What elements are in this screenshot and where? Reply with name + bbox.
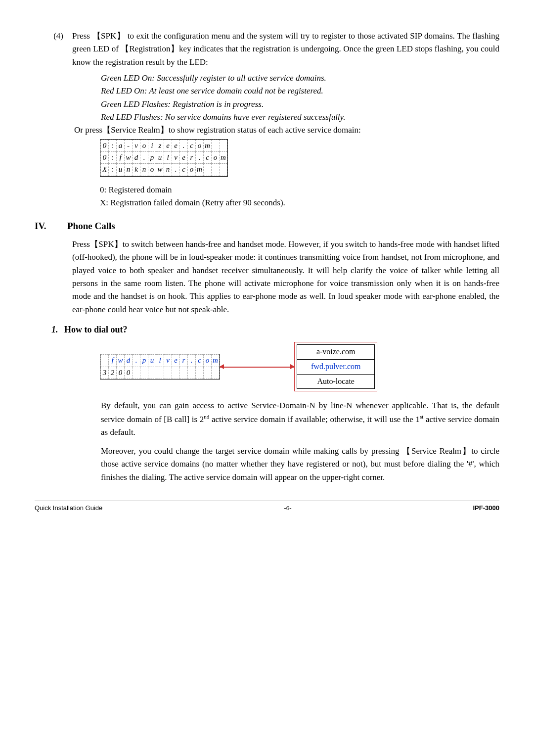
or-press-line: Or press【Service Realm】to show registrat…	[74, 124, 499, 137]
key-spk: 【SPK】	[92, 31, 125, 41]
key-service-realm: 【Service Realm】	[102, 125, 169, 135]
text: Press	[72, 31, 92, 41]
lcd-row: 3200	[101, 367, 220, 378]
phone-calls-paragraph: Press【SPK】to switch between hands-free a…	[72, 238, 499, 316]
section-iv-head: IV. Phone Calls	[35, 219, 499, 233]
step-4: (4) Press 【SPK】 to exit the configuratio…	[35, 30, 499, 69]
domain-list-box: a-voize.com fwd.pulver.com Auto-locate	[294, 342, 377, 391]
lcd-row: 0:fwd.pulver.com	[101, 152, 227, 164]
text: to show registration status of each acti…	[169, 125, 361, 135]
step-body: Press 【SPK】 to exit the configuration me…	[72, 30, 499, 69]
domain-row-selected: fwd.pulver.com	[297, 359, 375, 374]
key-service-realm: 【Service Realm】	[402, 446, 471, 456]
double-arrow-icon	[220, 366, 294, 367]
dial-paragraph-2: Moreover, you could change the target se…	[101, 445, 499, 484]
led-red-flash: Red LED Flashes: No service domains have…	[101, 111, 499, 124]
ordinal-suffix: nd	[204, 414, 209, 420]
subsection-number: 1.	[51, 323, 64, 337]
subsection-1-head: 1. How to dial out?	[51, 323, 499, 337]
dial-paragraph-1: By default, you can gain access to activ…	[101, 399, 499, 439]
lcd-row: X:unknown.com	[101, 164, 227, 176]
text: to switch between hands-free and handset…	[72, 239, 499, 314]
led-green-on: Green LED On: Successfully register to a…	[101, 72, 499, 85]
led-red-on: Red LED On: At least one service domain …	[101, 85, 499, 97]
footer-page-number: -6-	[284, 503, 291, 513]
text: Or press	[74, 125, 102, 135]
subsection-title: How to dial out?	[64, 323, 128, 337]
domain-row: Auto-locate	[297, 374, 375, 389]
text: Press	[72, 239, 90, 249]
text: Moreover, you could change the target se…	[101, 446, 402, 456]
dial-lcd: fwd.pulver.com 3200	[100, 354, 220, 379]
lcd-row: fwd.pulver.com	[101, 355, 220, 367]
section-title: Phone Calls	[67, 219, 115, 233]
step-marker: (4)	[35, 30, 72, 69]
domain-row: a-voize.com	[297, 344, 375, 359]
key-spk: 【SPK】	[90, 239, 123, 249]
lcd-display-1: 0:a-voizee.com 0:fwd.pulver.com X:unknow…	[100, 139, 228, 177]
dial-diagram: fwd.pulver.com 3200 a-voize.com fwd.pulv…	[100, 342, 499, 391]
footer-left: Quick Installation Guide	[35, 503, 102, 513]
section-number: IV.	[35, 219, 67, 233]
note-failed: X: Registration failed domain (Retry aft…	[100, 196, 499, 209]
note-registered: 0: Registered domain	[100, 184, 499, 196]
text: active service domain if available; othe…	[209, 414, 420, 424]
led-green-flash: Green LED Flashes: Registration is in pr…	[101, 98, 499, 111]
page-footer: Quick Installation Guide -6- IPF-3000	[35, 501, 499, 513]
lcd-row: 0:a-voizee.com	[101, 140, 227, 151]
footer-right: IPF-3000	[473, 503, 499, 513]
key-registration: 【Registration】	[121, 44, 179, 53]
